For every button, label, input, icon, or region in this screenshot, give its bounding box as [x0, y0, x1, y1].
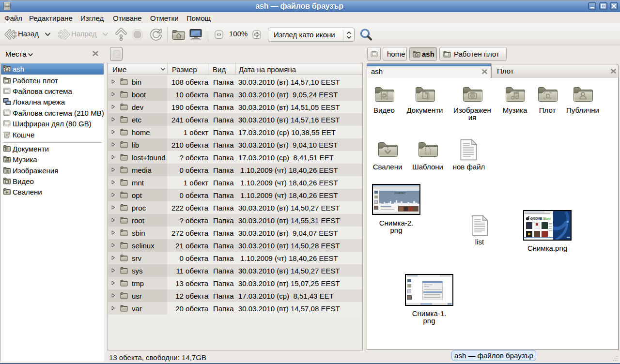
svg-text:Store: Store: [543, 217, 551, 220]
svg-text:GNOME: GNOME: [530, 217, 542, 220]
